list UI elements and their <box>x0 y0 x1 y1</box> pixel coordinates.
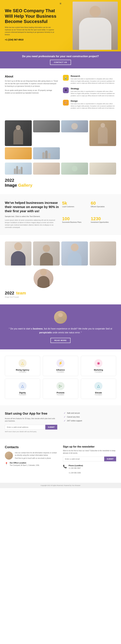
stat-efficient-specialists-value: 60 <box>91 201 116 206</box>
partner-dignity[interactable]: △ Dignity Foundation <box>5 379 40 399</box>
team-photo-1 <box>5 242 31 266</box>
service-strategy: ⚙ Strategy Duis aute irure dolor in repr… <box>63 88 116 97</box>
check-icon-2: ✓ <box>64 416 66 418</box>
promote-icon: ▷ <box>56 382 65 390</box>
team-photo-5 <box>34 269 53 288</box>
partner-dignity-sub: Foundation <box>8 394 37 396</box>
phone-icon: 📞 <box>63 464 67 468</box>
strategy-icon: ⚙ <box>63 88 69 93</box>
design-icon: 🎨 <box>63 100 69 106</box>
footer: Copyright 2022 All rights Reserved. Powe… <box>0 483 121 488</box>
check-icon-1: ✓ <box>64 412 66 414</box>
team-photos-grid <box>5 242 116 266</box>
contacts-left: Contacts Use our contact form for all in… <box>5 445 58 476</box>
office-address: The Courtyard, At Spot 1, Colorado, USA. <box>10 464 39 466</box>
newsletter-email-input[interactable] <box>63 456 104 461</box>
contacts-grid: Contacts Use our contact form for all in… <box>5 445 116 476</box>
partner-dignity-name: Dignity <box>8 392 37 394</box>
marketing-icon: ◉ <box>94 359 102 367</box>
team-title-block: 2022 team <box>5 290 116 296</box>
partner-marketing[interactable]: ◉ Marketing Foundation <box>81 356 116 376</box>
gallery-title-block: 2022 Image Gallery <box>5 178 116 188</box>
banner-section: Do you need professionals for your next … <box>0 52 121 68</box>
gallery-img-1-block <box>5 120 32 146</box>
partner-elevate-name: Elevate <box>84 392 113 394</box>
app-note: We'll never share your details with any … <box>5 431 57 432</box>
stats-heading: We've helped businesses increase their r… <box>5 201 59 213</box>
service-strategy-title: Strategy <box>71 88 116 90</box>
gallery-img-6 <box>33 147 60 159</box>
team-caption: Image from Freepik <box>5 296 116 298</box>
stat-loyal-customers-value: 5k <box>62 201 88 206</box>
partner-elevate[interactable]: △ Elevate Foundation <box>81 379 116 399</box>
contacts-title: Contacts <box>5 445 58 449</box>
hero-section: ≡ We SEO Company That Will Help Your Bus… <box>0 0 121 52</box>
app-email-input[interactable] <box>5 425 45 430</box>
service-strategy-desc: Duis aute irure dolor in reprehenderit i… <box>71 90 116 97</box>
app-title: Start using Our App for free <box>5 412 57 416</box>
partner-influence[interactable]: ⚡ Influence Foundation <box>43 356 78 376</box>
service-research-text: Research Duis aute irure dolor in repreh… <box>71 75 116 84</box>
service-design-title: Design <box>71 100 116 102</box>
stat-investment-value: 1230 <box>91 216 116 221</box>
gallery-title: Image Gallery <box>5 183 116 188</box>
quote-bold-business: business <box>33 328 43 330</box>
partner-rising-agency-sub: Foundation <box>8 371 37 373</box>
phone-number2: +1 234 565 3336 <box>69 472 83 474</box>
team-photo-3 <box>61 242 88 266</box>
research-icon: 🔬 <box>63 75 69 81</box>
gallery-year: 2022 <box>5 178 116 183</box>
partner-rising-agency-name: Rising Agency <box>8 369 37 371</box>
partner-promote[interactable]: ▷ Promote Foundation <box>43 379 78 399</box>
hero-phone: +1 (234) 567-8910 <box>5 38 56 41</box>
stats-left: We've helped businesses increase their r… <box>5 201 59 229</box>
partner-rising-agency[interactable]: △ Rising Agency Foundation <box>5 356 40 376</box>
phone-text: Phone (Landline) +1 234 365 3947 +1 234 … <box>69 464 83 476</box>
stats-subtext: Sample text. Click to select the Text El… <box>5 215 59 218</box>
stats-grid: We've helped businesses increase their r… <box>5 201 116 229</box>
app-submit-button[interactable]: SUBMIT <box>45 425 57 430</box>
newsletter-title: Sign up for the newsletter <box>63 445 116 448</box>
gallery-img-4 <box>89 120 116 146</box>
footer-text: Copyright 2022 All rights Reserved. Powe… <box>40 485 80 486</box>
gallery-img-9 <box>61 162 88 174</box>
hero-image <box>73 2 118 50</box>
stat-loyal-customers-label: Loyal Customers <box>62 206 88 208</box>
check-icon-3: ✓ <box>64 420 66 422</box>
hero-content: We SEO Company That Will Help Your Busin… <box>5 8 56 41</box>
contacts-section: Contacts Use our contact form for all in… <box>0 439 121 483</box>
partner-marketing-name: Marketing <box>84 369 113 371</box>
stat-efficient-specialists-label: Efficient Specialists <box>91 206 116 208</box>
hero-title: We SEO Company That Will Help Your Busin… <box>5 8 56 24</box>
gallery-title-colored: Gallery <box>18 183 32 188</box>
service-design-text: Design Duis aute irure dolor in reprehen… <box>71 100 116 110</box>
app-feature-3: ✓ 24/7 online support <box>64 420 116 422</box>
about-text1: On feel it up to till like we are thing … <box>5 80 58 88</box>
partners-section: △ Rising Agency Foundation ⚡ Influence F… <box>0 350 121 405</box>
menu-icon[interactable]: ≡ <box>60 2 62 5</box>
gallery-img-3-block <box>61 120 88 132</box>
read-more-button[interactable]: READ MORE <box>50 338 71 343</box>
influence-icon: ⚡ <box>56 359 65 367</box>
stat-investment-label: Investment Opportunities <box>91 221 116 223</box>
about-left: About On feel it up to till like we are … <box>5 75 58 112</box>
stat-business-plans-value: 100 <box>62 216 88 221</box>
office-text: Our Office Location The Courtyard, At Sp… <box>10 462 39 466</box>
newsletter-submit-button[interactable]: SUBMIT <box>104 456 116 461</box>
contact-person: Use our contact form for all information… <box>5 452 58 460</box>
app-feature-1: ✓ Safe and secure <box>64 412 116 414</box>
app-feature-1-text: Safe and secure <box>67 412 80 414</box>
stat-business-plans: 100 Successful Business Plans <box>62 216 88 228</box>
about-section: About On feel it up to till like we are … <box>0 68 121 119</box>
about-grid: About On feel it up to till like we are … <box>5 75 116 112</box>
app-section: Start using Our App for free Access all … <box>0 405 121 439</box>
service-strategy-text: Strategy Duis aute irure dolor in repreh… <box>71 88 116 97</box>
quote-bold-perspiciatis: perspiciatis <box>39 331 52 334</box>
contact-us-button[interactable]: CONTACT US <box>50 60 71 65</box>
gallery-img-8 <box>33 162 60 174</box>
app-left: Start using Our App for free Access all … <box>5 412 57 432</box>
app-input-group: SUBMIT <box>5 425 57 430</box>
contact-info: Use our contact form for all information… <box>15 452 58 460</box>
partner-influence-sub: Foundation <box>45 371 75 373</box>
contact-avatar <box>5 452 13 460</box>
